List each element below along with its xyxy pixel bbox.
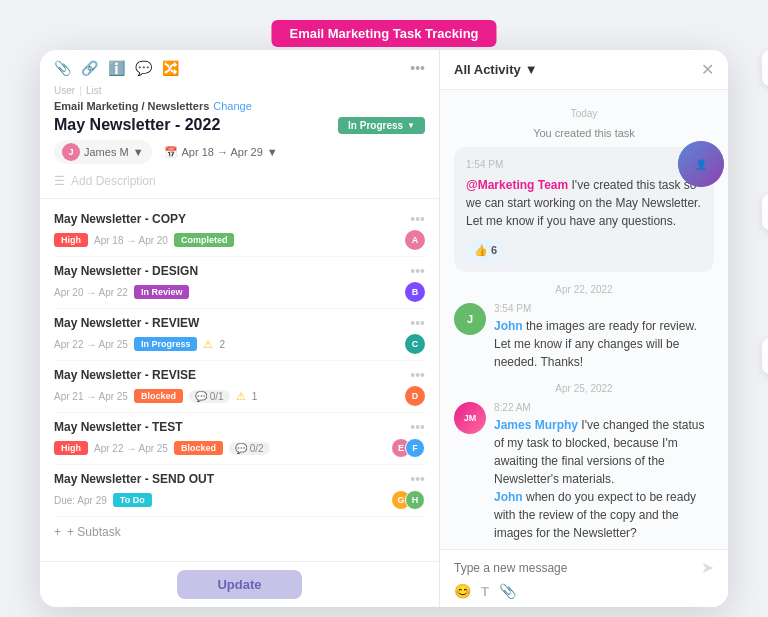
share-icon[interactable]: 🔀 [162,60,179,76]
assignee-avatar: J [62,143,80,161]
left-header: 📎 🔗 ℹ️ 💬 🔀 ••• User | List Email Marketi… [40,50,439,199]
right-header: All Activity ▼ ✕ [440,50,728,90]
side-icon-team [762,160,768,264]
subtask-more-icon[interactable]: ••• [410,315,425,331]
subtask-avatar: H [405,490,425,510]
activity-dropdown[interactable]: All Activity ▼ [454,62,538,77]
chevron-down-icon: ▼ [133,146,144,158]
plus-icon: + [54,525,61,539]
subtask-date: Apr 18 → Apr 20 [94,235,168,246]
breadcrumb-path: Email Marketing / Newsletters [54,100,209,112]
mention: John [494,319,523,333]
info-icon[interactable]: ℹ️ [108,60,125,76]
message-avatar: JM [454,402,486,434]
side-icons [762,50,768,374]
calendar-icon: 📅 [164,146,178,159]
emoji-icon[interactable]: 😊 [454,583,471,599]
subtask-item: May Newsletter - TEST ••• High Apr 22 → … [54,413,425,465]
date-divider: Apr 25, 2022 [454,383,714,394]
tag-completed: Completed [174,233,235,247]
update-button[interactable]: Update [177,570,301,599]
subtask-name: May Newsletter - COPY [54,212,186,226]
subtask-avatar: D [405,386,425,406]
message-item: J 3:54 PM John the images are ready for … [454,303,714,371]
assignee-chip[interactable]: J James M ▼ [54,140,152,164]
chevron-down-icon: ▼ [525,62,538,77]
message-content: 3:54 PM John the images are ready for re… [494,303,714,371]
subtask-more-icon[interactable]: ••• [410,211,425,227]
chevron-down-icon: ▼ [407,121,415,130]
title-badge: Email Marketing Task Tracking [271,20,496,47]
subtask-more-icon[interactable]: ••• [410,471,425,487]
status-badge[interactable]: In Progress ▼ [338,117,425,134]
subtask-date: Apr 22 → Apr 25 [54,339,128,350]
chat-icon-box[interactable] [762,338,768,374]
tag-high: High [54,233,88,247]
chat-toolbar: 😊 T 📎 [454,583,714,599]
mention: John [494,490,523,504]
user-label: User [54,85,75,96]
date-chip[interactable]: 📅 Apr 18 → Apr 29 ▼ [164,146,278,159]
message-text: John the images are ready for review. Le… [494,317,714,371]
multi-avatar: E F [391,438,425,458]
due-date: Due: Apr 29 [54,495,107,506]
chat-body: Today You created this task 👤 1:54 PM @M… [440,90,728,549]
subtask-name: May Newsletter - REVISE [54,368,196,382]
toolbar-icons: 📎 🔗 ℹ️ 💬 🔀 ••• [54,60,425,76]
subtask-avatar: B [405,282,425,302]
message-time: 3:54 PM [494,303,714,314]
first-message-wrapper: 👤 1:54 PM @Marketing Team I've created t… [454,147,714,272]
chat-input-area: ➤ 😊 T 📎 [440,549,728,607]
send-button[interactable]: ➤ [701,558,714,577]
chat-input[interactable] [454,561,693,575]
mention: James Murphy [494,418,578,432]
date-range: Apr 18 → Apr 29 [182,146,263,158]
reaction[interactable]: 👍 6 [466,240,505,262]
chat-icon[interactable]: 💬 [135,60,152,76]
counter-badge: 💬 0/2 [229,442,270,455]
attachment-icon[interactable]: 📎 [54,60,71,76]
link-icon[interactable]: 🔗 [81,60,98,76]
assignee-name: James M [84,146,129,158]
tag-todo: To Do [113,493,152,507]
subtask-more-icon[interactable]: ••• [410,367,425,383]
subtask-avatar: F [405,438,425,458]
date-divider-today: Today [454,108,714,119]
description-icon: ☰ [54,174,65,188]
subtasks-list: May Newsletter - COPY ••• High Apr 18 → … [40,199,439,561]
more-icon[interactable]: ••• [410,60,425,76]
main-card: 📎 🔗 ℹ️ 💬 🔀 ••• User | List Email Marketi… [40,50,728,607]
subtask-name: May Newsletter - SEND OUT [54,472,214,486]
subtask-more-icon[interactable]: ••• [410,419,425,435]
subtask-item: May Newsletter - COPY ••• High Apr 18 → … [54,205,425,257]
team-icon-box[interactable] [762,194,768,230]
subtask-avatar: C [405,334,425,354]
subtask-more-icon[interactable]: ••• [410,263,425,279]
clipboard-icon-box[interactable] [762,50,768,86]
warning-icon: ⚠ [236,390,246,403]
message-content: 8:22 AM James Murphy I've changed the st… [494,402,714,542]
close-button[interactable]: ✕ [701,60,714,79]
list-label: List [86,85,102,96]
warning-count: 2 [219,339,225,350]
subtask-avatar: A [405,230,425,250]
tag-high: High [54,441,88,455]
breadcrumb: User | List [54,84,425,96]
subtask-name: May Newsletter - REVIEW [54,316,199,330]
description-row[interactable]: ☰ Add Description [54,170,425,192]
message-text: @Marketing Team I've created this task s… [466,176,702,230]
attachment-icon[interactable]: 📎 [499,583,516,599]
text-format-icon[interactable]: T [481,584,489,599]
tag-inreview: In Review [134,285,190,299]
subtask-name: May Newsletter - DESIGN [54,264,198,278]
add-subtask-button[interactable]: + + Subtask [54,517,425,547]
message-text: James Murphy I've changed the status of … [494,416,714,542]
sender-avatar: 👤 [678,141,724,187]
meta-row: J James M ▼ 📅 Apr 18 → Apr 29 ▼ [54,140,425,164]
subtask-name: May Newsletter - TEST [54,420,183,434]
change-link[interactable]: Change [213,100,252,112]
warning-icon: ⚠ [203,338,213,351]
warning-count: 1 [252,391,258,402]
subtask-item: May Newsletter - SEND OUT ••• Due: Apr 2… [54,465,425,517]
subtask-date: Apr 20 → Apr 22 [54,287,128,298]
